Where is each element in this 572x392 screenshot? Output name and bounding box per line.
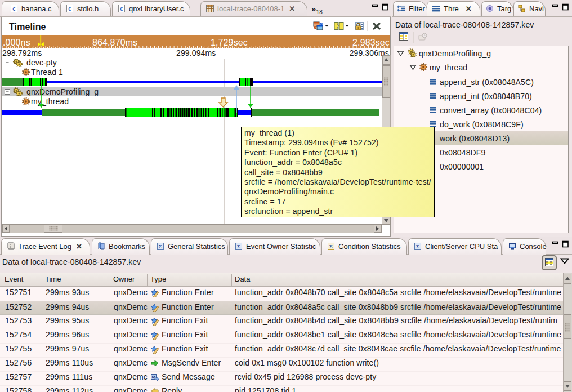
svg-text:864.870ms: 864.870ms xyxy=(92,38,137,47)
svg-text:c: c xyxy=(12,6,16,12)
svg-text:.000ns: .000ns xyxy=(3,38,30,47)
svg-text:Σ: Σ xyxy=(237,244,240,250)
svg-text:1.729sec: 1.729sec xyxy=(211,38,248,47)
svg-text:Σ: Σ xyxy=(159,244,162,250)
svg-text:2.983sec: 2.983sec xyxy=(352,38,390,47)
svg-text:c: c xyxy=(120,6,123,12)
svg-text:Σ: Σ xyxy=(416,244,419,250)
svg-text:Σ: Σ xyxy=(329,244,333,250)
svg-text:c: c xyxy=(68,6,72,12)
